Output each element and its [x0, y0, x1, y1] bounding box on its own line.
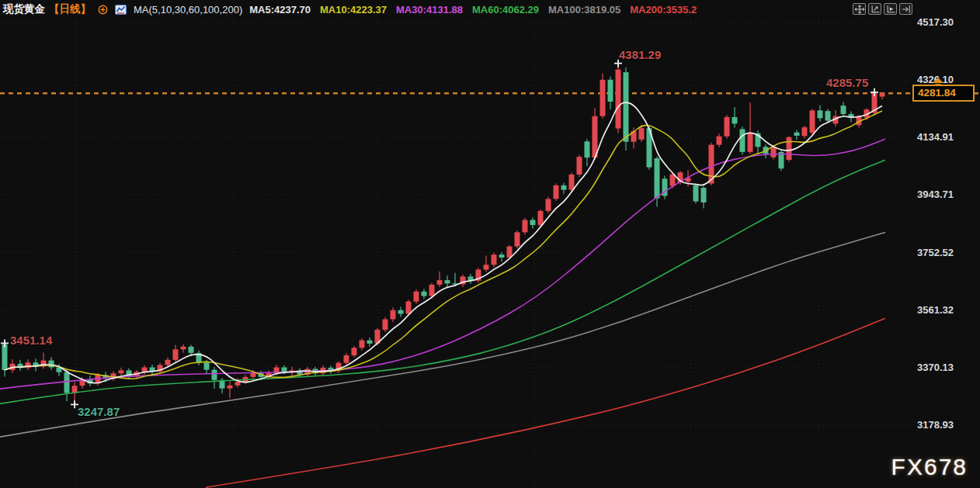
y-axis-label: 3943.71	[917, 189, 965, 200]
watermark: FX678	[891, 454, 968, 480]
y-axis-label: 3752.52	[917, 247, 965, 258]
price-annotation: 3451.14	[10, 334, 52, 347]
ma-value-label: MA200:3535.2	[630, 4, 697, 16]
y-axis-label: 4517.30	[917, 16, 965, 28]
pan-tool-icon[interactable]	[853, 3, 866, 15]
instrument-title: 现货黄金	[3, 2, 45, 16]
candlestick-chart[interactable]	[0, 0, 980, 488]
price-annotation: 4285.75	[826, 76, 868, 89]
ma-value-label: MA60:4062.29	[472, 4, 539, 16]
price-annotation: 4381.29	[619, 48, 661, 61]
chart-header: 现货黄金 【日线】 MA(5,10,30,60,100,200) MA5:423…	[3, 0, 697, 19]
timeframe-label: 【日线】	[49, 2, 91, 16]
up-arrow-icon	[931, 76, 945, 90]
y-axis-label: 3561.32	[917, 304, 965, 316]
price-annotation: 3247.87	[78, 405, 120, 418]
chart-window: 现货黄金 【日线】 MA(5,10,30,60,100,200) MA5:423…	[0, 0, 980, 488]
ma-value-label: MA30:4131.88	[396, 4, 463, 16]
y-axis-label: 3178.93	[917, 419, 965, 431]
auto-scale-icon[interactable]	[884, 3, 897, 15]
y-axis-label: 3370.13	[917, 362, 965, 373]
ma-value-label: MA100:3819.05	[548, 4, 620, 16]
go-to-latest-icon[interactable]	[899, 3, 912, 15]
ma-settings-label[interactable]: MA(5,10,30,60,100,200)	[134, 4, 242, 16]
scale-axis-icon[interactable]	[868, 3, 881, 15]
y-axis-label: 4134.91	[917, 131, 965, 143]
ma-value-label: MA5:4237.70	[249, 4, 311, 16]
ma-value-label: MA10:4223.37	[320, 4, 387, 16]
ma-values: MA5:4237.70MA10:4223.37MA30:4131.88MA60:…	[249, 4, 697, 16]
circle-plus-icon[interactable]	[98, 5, 108, 15]
chart-style-icon[interactable]	[115, 5, 127, 15]
chart-toolbar	[853, 3, 912, 15]
